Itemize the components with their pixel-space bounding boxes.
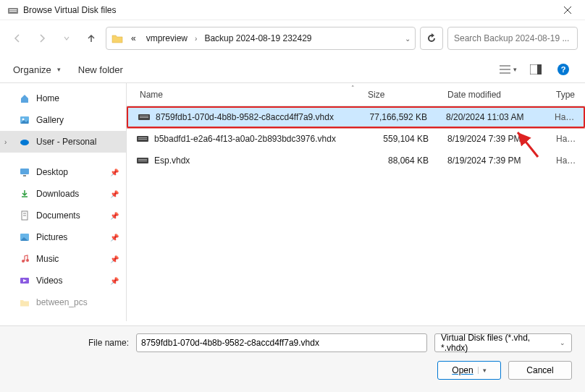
chevron-down-icon: ▾	[513, 66, 517, 73]
file-date: 8/19/2024 7:39 PM	[440, 155, 549, 166]
music-icon	[19, 253, 30, 265]
file-size: 77,166,592 KB	[359, 112, 439, 122]
new-folder-button[interactable]: New folder	[78, 64, 123, 75]
title-bar: Browse Virtual Disk files	[0, 0, 585, 20]
chevron-down-icon: ▾	[57, 66, 61, 73]
column-name[interactable]: Name	[127, 90, 361, 100]
download-icon	[19, 188, 30, 200]
up-button[interactable]	[81, 28, 101, 48]
file-date: 8/19/2024 7:39 PM	[440, 134, 549, 144]
svg-text:?: ?	[561, 65, 566, 74]
back-button[interactable]	[7, 28, 28, 48]
sidebar-item-between[interactable]: between_pcs	[0, 291, 126, 313]
file-name: 8759fdb1-070d-4b8b-9582-c8accd4ff7a9.vhd…	[156, 112, 334, 122]
documents-icon	[19, 210, 30, 221]
file-type: Hard D	[547, 112, 584, 122]
pin-icon: 📌	[110, 255, 119, 263]
chevron-down-icon[interactable]: ⌄	[405, 35, 411, 43]
svg-rect-28	[138, 137, 147, 138]
chevron-down-icon: ▾	[478, 367, 487, 374]
filename-input[interactable]	[136, 333, 427, 352]
folder-icon	[19, 297, 30, 308]
column-type[interactable]: Type	[549, 90, 585, 100]
file-list: Name ˄ Size Date modified Type 8759fdb1-…	[127, 83, 585, 321]
close-button[interactable]	[557, 0, 578, 20]
forward-button[interactable]	[32, 28, 52, 48]
file-date: 8/20/2024 11:03 AM	[439, 112, 547, 122]
onedrive-icon	[19, 136, 30, 148]
pictures-icon	[19, 231, 30, 243]
column-date[interactable]: Date modified	[440, 90, 549, 100]
preview-pane-button[interactable]	[527, 61, 544, 78]
breadcrumb-seg1[interactable]: vmpreview	[143, 32, 190, 45]
pin-icon: 📌	[110, 234, 119, 242]
pin-icon: 📌	[110, 212, 119, 220]
svg-point-14	[20, 140, 29, 145]
main-area: Home Gallery › User - Personal Desktop 📌…	[0, 82, 585, 321]
pin-icon: 📌	[110, 277, 119, 285]
cancel-label: Cancel	[526, 365, 553, 375]
file-name: b5badfd1-e2a6-4f13-a0a0-2b893bdc3976.vhd…	[154, 134, 336, 144]
svg-rect-1	[9, 9, 17, 10]
sidebar-item-pictures[interactable]: Pictures 📌	[0, 226, 126, 248]
sidebar-item-label: Gallery	[36, 115, 64, 125]
sidebar-item-label: User - Personal	[36, 137, 96, 147]
svg-rect-26	[140, 117, 148, 118]
sidebar-item-desktop[interactable]: Desktop 📌	[0, 161, 126, 183]
file-type: Hard D	[549, 155, 585, 166]
organize-button[interactable]: Organize ▾	[13, 64, 61, 75]
sidebar-item-user[interactable]: › User - Personal	[0, 131, 126, 153]
cancel-button[interactable]: Cancel	[508, 361, 572, 380]
sidebar-item-label: between_pcs	[36, 297, 88, 307]
chevron-right-icon[interactable]: ›	[4, 138, 7, 146]
sidebar-item-music[interactable]: Music 📌	[0, 248, 126, 270]
sidebar-item-label: Videos	[36, 276, 62, 286]
recent-dropdown[interactable]	[56, 28, 77, 48]
svg-rect-32	[138, 161, 147, 161]
file-row[interactable]: 8759fdb1-070d-4b8b-9582-c8accd4ff7a9.vhd…	[127, 106, 585, 128]
filetype-filter[interactable]: Virtual Disk files (*.vhd, *.vhdx) ⌄	[434, 333, 572, 352]
breadcrumb-root[interactable]: «	[128, 32, 139, 45]
pin-icon: 📌	[110, 190, 119, 198]
svg-rect-25	[140, 116, 148, 116]
sort-indicator-icon: ˄	[351, 85, 355, 92]
newfolder-label: New folder	[78, 64, 123, 75]
file-row[interactable]: Esp.vhdx 88,064 KB 8/19/2024 7:39 PM Har…	[127, 150, 585, 171]
sidebar-item-label: Documents	[36, 210, 80, 221]
sidebar: Home Gallery › User - Personal Desktop 📌…	[0, 83, 127, 321]
gallery-icon	[19, 114, 30, 126]
folder-icon	[111, 32, 124, 45]
open-button[interactable]: Open ▾	[437, 361, 501, 380]
videos-icon	[19, 275, 30, 286]
file-row[interactable]: b5badfd1-e2a6-4f13-a0a0-2b893bdc3976.vhd…	[127, 128, 585, 150]
svg-rect-2	[9, 11, 17, 12]
svg-rect-31	[138, 159, 147, 160]
column-size[interactable]: Size	[361, 90, 440, 100]
help-button[interactable]: ?	[555, 61, 572, 78]
desktop-icon	[19, 166, 30, 178]
toolbar: Organize ▾ New folder ▾ ?	[0, 56, 585, 82]
refresh-button[interactable]	[420, 27, 443, 50]
vhdx-file-icon	[137, 135, 148, 143]
nav-row: « vmpreview › Backup 2024-08-19 232429 ⌄	[0, 20, 585, 56]
file-size: 559,104 KB	[361, 134, 440, 144]
breadcrumb-seg2[interactable]: Backup 2024-08-19 232429	[201, 32, 314, 45]
sidebar-item-videos[interactable]: Videos 📌	[0, 270, 126, 291]
vhdx-file-icon	[138, 113, 150, 122]
view-list-button[interactable]: ▾	[500, 61, 517, 78]
filename-label: File name:	[13, 338, 129, 348]
sidebar-item-downloads[interactable]: Downloads 📌	[0, 183, 126, 205]
sidebar-item-documents[interactable]: Documents 📌	[0, 205, 126, 226]
window-title: Browse Virtual Disk files	[23, 5, 116, 15]
column-header-row: Name ˄ Size Date modified Type	[127, 83, 585, 106]
bottom-bar: File name: Virtual Disk files (*.vhd, *.…	[0, 325, 585, 392]
file-type: Hard D	[549, 134, 585, 144]
organize-label: Organize	[13, 64, 51, 75]
sidebar-item-label: Desktop	[36, 167, 68, 177]
sidebar-item-home[interactable]: Home	[0, 88, 126, 109]
sidebar-item-gallery[interactable]: Gallery	[0, 109, 126, 131]
file-name: Esp.vhdx	[154, 155, 190, 166]
address-bar[interactable]: « vmpreview › Backup 2024-08-19 232429 ⌄	[106, 27, 416, 50]
search-input[interactable]	[447, 27, 578, 50]
svg-rect-16	[23, 175, 26, 176]
